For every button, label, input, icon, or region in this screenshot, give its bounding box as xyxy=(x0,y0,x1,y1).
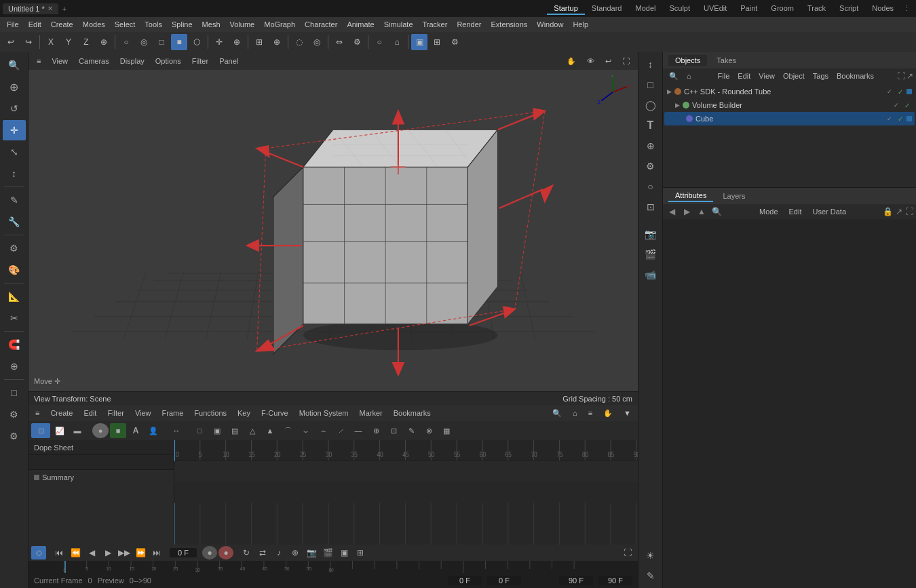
workspace-tab-model[interactable]: Model xyxy=(628,3,662,15)
obj-toolbar-icon2[interactable]: ↗ xyxy=(907,71,913,81)
workspace-tab-sculpt[interactable]: Sculpt xyxy=(662,3,697,15)
attr-icon2[interactable]: ⛶ xyxy=(905,207,913,216)
tl-tri2-btn[interactable]: ▲ xyxy=(262,423,278,438)
menu-volume[interactable]: Volume xyxy=(226,20,259,29)
menu-mesh[interactable]: Mesh xyxy=(198,20,225,29)
rs-ring-btn[interactable]: ○ xyxy=(641,177,661,196)
grid-btn-2[interactable]: ⊕ xyxy=(269,34,285,50)
vp-options-menu[interactable]: Options xyxy=(151,56,185,66)
attr-edit-menu[interactable]: Edit xyxy=(785,207,806,216)
workspace-tab-script[interactable]: Script xyxy=(833,3,865,15)
sidebar-plugins[interactable]: ⚙ xyxy=(3,426,26,446)
tl-frame-menu[interactable]: Frame xyxy=(158,408,188,418)
tl-select3-btn[interactable]: ▤ xyxy=(227,423,243,438)
tl-create-menu[interactable]: Create xyxy=(46,408,77,418)
sidebar-poly-pen[interactable]: ✎ xyxy=(3,190,26,210)
rs-arrow-btn[interactable]: ↕ xyxy=(641,55,661,74)
obj-bookmarks-menu[interactable]: Bookmarks xyxy=(833,71,877,81)
play-btn[interactable]: ▶ xyxy=(100,546,115,560)
tl-key2-btn[interactable]: ■ xyxy=(110,423,126,438)
coord-z-button[interactable]: Z xyxy=(78,34,94,50)
go-end-btn[interactable]: ⏭ xyxy=(149,546,164,560)
coord-all-button[interactable]: ⊕ xyxy=(96,34,112,50)
mode5-button[interactable]: ⬡ xyxy=(189,34,205,50)
sidebar-twirl[interactable]: ⊕ xyxy=(3,77,26,97)
tab-objects[interactable]: Objects xyxy=(668,55,707,66)
sound-btn[interactable]: ♪ xyxy=(271,546,286,560)
frame-end-display[interactable]: 0 F xyxy=(487,576,521,585)
tl-line1-btn[interactable]: ⟋ xyxy=(332,423,349,438)
vp-view-menu[interactable]: View xyxy=(47,56,72,66)
next-btn[interactable]: ▶▶ xyxy=(117,546,132,560)
tl-key1-btn[interactable]: ● xyxy=(92,423,109,438)
tl-tool1-btn[interactable]: ⊕ xyxy=(368,423,384,438)
obj-object-menu[interactable]: Object xyxy=(780,71,808,81)
workspace-tab-track[interactable]: Track xyxy=(801,3,833,15)
sidebar-brush[interactable]: ⚙ xyxy=(3,238,26,258)
sidebar-layers[interactable]: □ xyxy=(3,383,26,403)
poly-mode-button[interactable]: □ xyxy=(153,34,170,50)
tl-tri1-btn[interactable]: △ xyxy=(244,423,261,438)
move-tool-button[interactable]: ✛ xyxy=(211,34,227,50)
object-mode-button[interactable]: ○ xyxy=(118,34,134,50)
vp-filter-menu[interactable]: Filter xyxy=(188,56,212,66)
rs-node-btn[interactable]: ⊕ xyxy=(641,136,661,155)
workspace-tab-paint[interactable]: Paint xyxy=(733,3,764,15)
attr-back-btn[interactable]: ◀ xyxy=(666,205,678,218)
vp-undo[interactable]: ↩ xyxy=(601,56,615,66)
workspace-tab-startup[interactable]: Startup xyxy=(547,3,584,15)
coord-x-button[interactable]: X xyxy=(43,34,59,50)
obj-item-sdk[interactable]: ▶ C++ SDK - Rounded Tube ✓ ✓ xyxy=(664,85,915,98)
3d-viewport[interactable]: Perspective Default Camera xyxy=(28,70,638,391)
vp-hand-tool[interactable]: ✋ xyxy=(562,56,580,66)
loop-btn[interactable]: ↻ xyxy=(239,546,254,560)
coord-y-button[interactable]: Y xyxy=(60,34,77,50)
key-add-btn[interactable]: ● xyxy=(202,546,217,560)
sidebar-sculpt[interactable]: 🔧 xyxy=(3,212,26,232)
tl-person-btn[interactable]: 👤 xyxy=(145,423,161,438)
current-frame-display[interactable]: 0 F xyxy=(170,548,197,557)
extra-btn[interactable]: ▣ xyxy=(337,546,351,560)
menu-simulate[interactable]: Simulate xyxy=(380,20,417,29)
tl-curve3-btn[interactable]: ⌢ xyxy=(315,423,331,438)
vp-menu-icon[interactable]: ≡ xyxy=(33,56,45,66)
obj-search-icon[interactable]: 🔍 xyxy=(666,71,682,81)
vp-fullscreen[interactable]: ⛶ xyxy=(618,56,634,66)
key-rec-btn[interactable]: ● xyxy=(218,546,233,560)
active-mode-button[interactable]: ■ xyxy=(171,34,187,50)
render-btn[interactable]: 🎬 xyxy=(320,546,335,560)
rs-text-btn[interactable]: T xyxy=(641,116,661,135)
sdk-check[interactable]: ✓ xyxy=(896,87,905,96)
menu-tools[interactable]: Tools xyxy=(140,20,166,29)
tl-functions-menu[interactable]: Functions xyxy=(190,408,231,418)
tab-takes[interactable]: Takes xyxy=(710,55,743,66)
next-frame-btn[interactable]: ⏩ xyxy=(133,546,148,560)
attr-lock-icon[interactable]: 🔒 xyxy=(883,207,893,216)
sidebar-select-tool[interactable]: 🔍 xyxy=(3,55,26,75)
tl-filter-icon[interactable]: ≡ xyxy=(584,408,596,418)
tl-home-icon[interactable]: ⌂ xyxy=(569,408,581,418)
tl-curve-btn[interactable]: 📈 xyxy=(52,423,68,438)
tl-menu-icon[interactable]: ≡ xyxy=(31,408,43,418)
menu-help[interactable]: Help xyxy=(569,20,592,29)
menu-window[interactable]: Window xyxy=(533,20,567,29)
grid-btn-1[interactable]: ⊞ xyxy=(251,34,267,50)
tl-text-btn[interactable]: A xyxy=(128,423,144,438)
menu-modes[interactable]: Modes xyxy=(79,20,109,29)
tl-tool2-btn[interactable]: ⊡ xyxy=(385,423,402,438)
sdk-expand[interactable]: ▶ xyxy=(667,88,672,95)
attr-up-btn[interactable]: ▲ xyxy=(695,205,708,218)
circle2-btn[interactable]: ○ xyxy=(371,34,387,50)
tl-filter-menu[interactable]: Filter xyxy=(103,408,128,418)
tab-attributes[interactable]: Attributes xyxy=(668,190,713,202)
rs-square-btn[interactable]: □ xyxy=(641,75,661,94)
menu-create[interactable]: Create xyxy=(47,20,77,29)
obj-home-icon[interactable]: ⌂ xyxy=(683,71,695,81)
menu-character[interactable]: Character xyxy=(301,20,341,29)
tl-fcurve-menu[interactable]: F-Curve xyxy=(257,408,292,418)
tab-layers[interactable]: Layers xyxy=(716,191,752,201)
vp-panel-menu[interactable]: Panel xyxy=(215,56,242,66)
menu-extensions[interactable]: Extensions xyxy=(486,20,531,29)
vp-eye-tool[interactable]: 👁 xyxy=(583,56,598,66)
attr-userdata-menu[interactable]: User Data xyxy=(808,207,850,216)
